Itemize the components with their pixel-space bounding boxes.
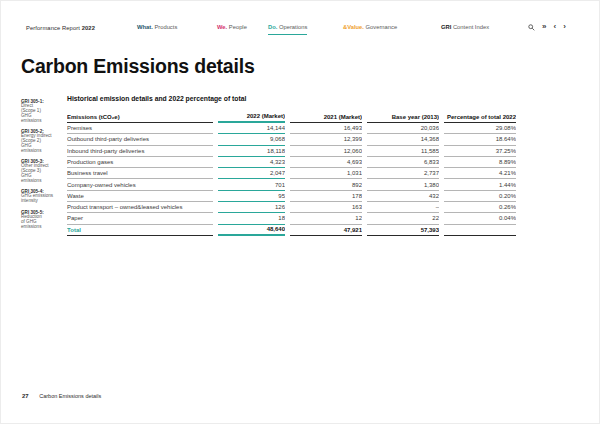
- cell-base-year: –: [367, 202, 439, 213]
- col-header-emissions: Emissions (tCO₂e): [67, 110, 213, 123]
- table-row-production-gases: Production gases 4,323 4,693 6,833 8.89%: [67, 157, 516, 168]
- total-2022: 48,640: [218, 225, 285, 236]
- cell-2022: 701: [218, 179, 285, 190]
- cell-2022: 18: [218, 213, 285, 224]
- total-2021: 47,921: [290, 225, 362, 236]
- table-total-row: Total 48,640 47,921 57,393: [67, 225, 516, 236]
- table-row-premises: Premises 14,144 16,493 20,036 29.08%: [67, 123, 516, 134]
- row-label: Company-owned vehicles: [67, 179, 213, 190]
- cell-2021: 1,031: [290, 168, 362, 179]
- row-label: Premises: [67, 123, 213, 134]
- gri-description: Energy indirect (Scope 2) GHG emissions: [21, 134, 65, 154]
- table-row-outbound-deliveries: Outbound third-party deliveries 9,068 12…: [67, 134, 516, 145]
- gri-note-305-1: GRI 305-1: Direct (Scope 1) GHG emission…: [21, 99, 65, 124]
- row-label: Paper: [67, 213, 213, 224]
- cell-base-year: 1,380: [367, 179, 439, 190]
- table-row-waste: Waste 95 178 432 0.20%: [67, 191, 516, 202]
- cell-percentage: 37.25%: [444, 146, 516, 157]
- nav-item-governance[interactable]: &Value. Governance: [343, 25, 397, 31]
- cell-base-year: 432: [367, 191, 439, 202]
- nav-icons: » ‹ ›: [528, 23, 566, 31]
- cell-base-year: 2,737: [367, 168, 439, 179]
- nav-item-operations[interactable]: Do. Operations: [268, 25, 307, 35]
- search-icon[interactable]: [528, 24, 535, 31]
- col-header-2022-market: 2022 (Market): [218, 110, 285, 123]
- cell-2022: 2,047: [218, 168, 285, 179]
- page-footer: 27 Carbon Emissions details: [22, 393, 101, 399]
- gri-note-305-2: GRI 305-2: Energy indirect (Scope 2) GHG…: [21, 129, 65, 154]
- nav-item-products[interactable]: What. Products: [137, 25, 177, 31]
- table-row-product-transport: Product transport – owned&leased vehicle…: [67, 202, 516, 213]
- section-heading: Historical emission details and 2022 per…: [67, 95, 246, 102]
- gri-note-305-3: GRI 305-3: Other indirect (Scope 3) GHG …: [21, 159, 65, 184]
- row-label: Production gases: [67, 157, 213, 168]
- nav-item-gri-content-index[interactable]: GRI Content Index: [441, 25, 489, 31]
- row-label: Business travel: [67, 168, 213, 179]
- nav-item-products-prefix: What.: [137, 24, 153, 30]
- cell-2021: 163: [290, 202, 362, 213]
- cell-percentage: 1.44%: [444, 179, 516, 190]
- cell-percentage: 8.89%: [444, 157, 516, 168]
- table-row-business-travel: Business travel 2,047 1,031 2,737 4.21%: [67, 168, 516, 179]
- cell-2021: 12: [290, 213, 362, 224]
- nav-item-operations-prefix: Do.: [268, 24, 277, 30]
- cell-base-year: 14,368: [367, 134, 439, 145]
- report-label-text: Performance Report: [26, 25, 80, 31]
- row-label: Outbound third-party deliveries: [67, 134, 213, 145]
- cell-2021: 16,493: [290, 123, 362, 134]
- gri-note-305-5: GRI 305-5: Reduction of GHG emissions: [21, 210, 65, 230]
- chevron-right-icon[interactable]: ›: [563, 23, 566, 31]
- cell-2022: 14,144: [218, 123, 285, 134]
- nav-item-people[interactable]: We. People: [217, 25, 247, 31]
- nav-item-people-label: People: [229, 24, 247, 30]
- gri-note-305-4: GRI 305-4: GHG emissions intensity: [21, 189, 65, 204]
- emissions-table: Emissions (tCO₂e) 2022 (Market) 2021 (Ma…: [67, 110, 516, 236]
- row-label: Product transport – owned&leased vehicle…: [67, 202, 213, 213]
- gri-sidebar: GRI 305-1: Direct (Scope 1) GHG emission…: [21, 99, 65, 235]
- cell-2022: 126: [218, 202, 285, 213]
- report-label-year: 2022: [82, 25, 95, 31]
- total-label: Total: [67, 225, 213, 236]
- total-percentage: [444, 225, 516, 236]
- gri-description: Reduction of GHG emissions: [21, 215, 65, 230]
- cell-base-year: 20,036: [367, 123, 439, 134]
- table-row-inbound-deliveries: Inbound third-party deliveries 18,118 12…: [67, 146, 516, 157]
- table-row-company-vehicles: Company-owned vehicles 701 892 1,380 1.4…: [67, 179, 516, 190]
- cell-base-year: 6,833: [367, 157, 439, 168]
- cell-percentage: 4.21%: [444, 168, 516, 179]
- report-label: Performance Report 2022: [26, 25, 95, 31]
- double-chevron-right-icon[interactable]: »: [542, 23, 546, 31]
- cell-percentage: 0.20%: [444, 191, 516, 202]
- cell-2021: 892: [290, 179, 362, 190]
- cell-base-year: 22: [367, 213, 439, 224]
- footer-section-label: Carbon Emissions details: [39, 393, 101, 399]
- nav-item-products-label: Products: [154, 24, 177, 30]
- cell-2021: 12,060: [290, 146, 362, 157]
- gri-description: Direct (Scope 1) GHG emissions: [21, 104, 65, 124]
- row-label: Inbound third-party deliveries: [67, 146, 213, 157]
- cell-percentage: 0.26%: [444, 202, 516, 213]
- cell-percentage: 29.08%: [444, 123, 516, 134]
- gri-description: Other indirect (Scope 3) GHG emissions: [21, 164, 65, 184]
- gri-description: GHG emissions intensity: [21, 194, 65, 204]
- page-number: 27: [22, 393, 29, 399]
- nav-item-people-prefix: We.: [217, 24, 227, 30]
- cell-2021: 4,693: [290, 157, 362, 168]
- nav-item-governance-label: Governance: [366, 24, 398, 30]
- cell-2022: 4,323: [218, 157, 285, 168]
- report-page: Performance Report 2022 What. Products W…: [0, 0, 600, 424]
- col-header-base-year: Base year (2013): [367, 110, 439, 123]
- nav-item-operations-label: Operations: [279, 24, 307, 30]
- top-nav: Performance Report 2022 What. Products W…: [0, 0, 600, 40]
- cell-2021: 178: [290, 191, 362, 202]
- total-base-year: 57,393: [367, 225, 439, 236]
- col-header-percentage: Percentage of total 2022: [444, 110, 516, 123]
- nav-item-governance-prefix: &Value.: [343, 24, 364, 30]
- chevron-left-icon[interactable]: ‹: [553, 23, 556, 31]
- cell-percentage: 18.64%: [444, 134, 516, 145]
- nav-item-gri-prefix: GRI: [441, 24, 451, 30]
- table-header-row: Emissions (tCO₂e) 2022 (Market) 2021 (Ma…: [67, 110, 516, 123]
- cell-2022: 95: [218, 191, 285, 202]
- cell-2022: 9,068: [218, 134, 285, 145]
- page-title: Carbon Emissions details: [21, 55, 255, 78]
